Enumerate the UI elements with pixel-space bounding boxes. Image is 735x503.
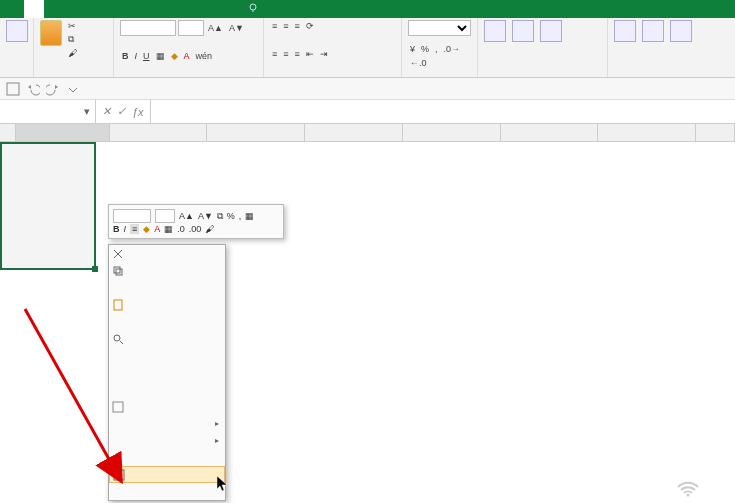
menu-quick-analysis[interactable] — [109, 398, 225, 415]
menu-insert[interactable] — [109, 347, 225, 364]
menu-copy[interactable] — [109, 262, 225, 279]
tab-view[interactable] — [164, 0, 184, 18]
redo-icon[interactable] — [46, 82, 60, 96]
menu-paste-special[interactable] — [109, 313, 225, 330]
mini-border[interactable]: ▦ — [245, 211, 254, 221]
qat-more-icon[interactable] — [66, 82, 80, 96]
tab-insert[interactable] — [64, 0, 84, 18]
col-header[interactable] — [110, 124, 208, 142]
col-header[interactable] — [16, 124, 110, 142]
phonetic-button[interactable]: wén — [194, 50, 215, 62]
wrap-text-button[interactable] — [318, 25, 322, 27]
mini-inc[interactable]: .00 — [189, 224, 202, 234]
align-right-button[interactable]: ≡ — [293, 48, 302, 60]
menu-format-cells[interactable] — [109, 466, 225, 483]
border-button[interactable]: ▦ — [154, 50, 167, 62]
mini-percent[interactable]: % — [227, 211, 235, 221]
mini-dec-font[interactable]: A▼ — [198, 211, 213, 221]
bold-button[interactable]: B — [120, 50, 131, 62]
tab-pdf[interactable] — [204, 0, 224, 18]
format-painter-button[interactable]: 🖌 — [66, 47, 79, 59]
select-all-corner[interactable] — [0, 124, 16, 142]
menu-smart-lookup[interactable] — [109, 330, 225, 347]
menu-insert-comment[interactable] — [109, 449, 225, 466]
mini-border2[interactable]: ▦ — [164, 224, 173, 234]
format-cells-button[interactable] — [670, 20, 692, 43]
increase-font-button[interactable]: A▲ — [206, 22, 225, 34]
menu-paste-default[interactable] — [109, 296, 225, 313]
align-bot-button[interactable]: ≡ — [293, 20, 302, 32]
cancel-fx-icon[interactable]: ✕ — [102, 105, 111, 118]
mini-dec[interactable]: .0 — [177, 224, 185, 234]
qat-icon[interactable] — [6, 82, 20, 96]
font-size-input[interactable] — [178, 20, 204, 36]
indent-inc-button[interactable]: ⇥ — [318, 48, 330, 60]
col-header[interactable] — [598, 124, 696, 142]
menu-clear[interactable] — [109, 381, 225, 398]
number-format-select[interactable] — [408, 20, 471, 36]
menu-cut[interactable] — [109, 245, 225, 262]
tab-developer[interactable] — [184, 0, 204, 18]
mini-font-name[interactable] — [113, 209, 151, 223]
tab-data[interactable] — [124, 0, 144, 18]
menu-filter[interactable]: ▸ — [109, 415, 225, 432]
tab-file[interactable] — [4, 0, 24, 18]
indent-dec-button[interactable]: ⇤ — [304, 48, 316, 60]
paste-button[interactable] — [40, 20, 62, 59]
menu-delete[interactable] — [109, 364, 225, 381]
comma-button[interactable]: , — [433, 43, 440, 55]
insert-cells-button[interactable] — [614, 20, 636, 43]
fill-color-button[interactable]: ◆ — [169, 50, 180, 62]
formula-input[interactable] — [151, 100, 735, 123]
enter-fx-icon[interactable]: ✓ — [117, 105, 126, 118]
mini-inc-font[interactable]: A▲ — [179, 211, 194, 221]
menu-pick-list[interactable] — [109, 483, 225, 500]
mini-font-color[interactable]: A — [154, 224, 160, 234]
font-color-button[interactable]: A — [182, 50, 192, 62]
cell-style-button[interactable] — [540, 20, 562, 43]
name-box[interactable]: ▾ — [0, 100, 96, 123]
mini-comma[interactable]: , — [239, 211, 242, 221]
menu-sort[interactable]: ▸ — [109, 432, 225, 449]
align-top-button[interactable]: ≡ — [270, 20, 279, 32]
tell-me-box[interactable] — [244, 0, 735, 18]
tab-baidu[interactable] — [224, 0, 244, 18]
mini-font-size[interactable] — [155, 209, 175, 223]
tab-formulas[interactable] — [104, 0, 124, 18]
align-mid-button[interactable]: ≡ — [281, 20, 290, 32]
merge-center-button[interactable] — [332, 53, 336, 55]
decrease-font-button[interactable]: A▼ — [227, 22, 246, 34]
spreadsheet-grid[interactable]: A▲ A▼ ⧉ % , ▦ B I ≡ ◆ A ▦ .0 .00 🖌 ▸ — [0, 124, 735, 503]
name-box-dropdown[interactable]: ▾ — [80, 105, 94, 118]
fx-icon[interactable]: ƒx — [132, 106, 144, 118]
undo-icon[interactable] — [26, 82, 40, 96]
fill-handle[interactable] — [92, 266, 98, 272]
tab-review[interactable] — [144, 0, 164, 18]
align-left-button[interactable]: ≡ — [270, 48, 279, 60]
table-format-button[interactable] — [512, 20, 534, 43]
mini-italic[interactable]: I — [124, 224, 127, 234]
col-header[interactable] — [305, 124, 403, 142]
italic-button[interactable]: I — [133, 50, 140, 62]
align-center-button[interactable]: ≡ — [281, 48, 290, 60]
font-name-input[interactable] — [120, 20, 176, 36]
mini-fmtpaint[interactable]: 🖌 — [205, 224, 214, 234]
send-wechat-button[interactable] — [6, 20, 27, 43]
delete-cells-button[interactable] — [642, 20, 664, 43]
orientation-button[interactable]: ⟳ — [304, 20, 316, 32]
name-box-input[interactable] — [0, 106, 80, 118]
copy-button[interactable]: ⧉ — [66, 33, 79, 46]
tab-home[interactable] — [24, 0, 44, 18]
col-header[interactable] — [696, 124, 735, 142]
tab-pagelayout[interactable] — [84, 0, 104, 18]
underline-button[interactable]: U — [141, 50, 152, 62]
percent-button[interactable]: % — [419, 43, 431, 55]
cond-format-button[interactable] — [484, 20, 506, 43]
mini-merge[interactable]: ⧉ — [217, 211, 223, 222]
currency-button[interactable]: ¥ — [408, 43, 417, 55]
inc-decimal-button[interactable]: .0→ — [442, 43, 463, 55]
dec-decimal-button[interactable]: ←.0 — [408, 57, 429, 69]
col-header[interactable] — [403, 124, 501, 142]
tab-mytemplates[interactable] — [44, 0, 64, 18]
cut-button[interactable]: ✂ — [66, 20, 79, 32]
